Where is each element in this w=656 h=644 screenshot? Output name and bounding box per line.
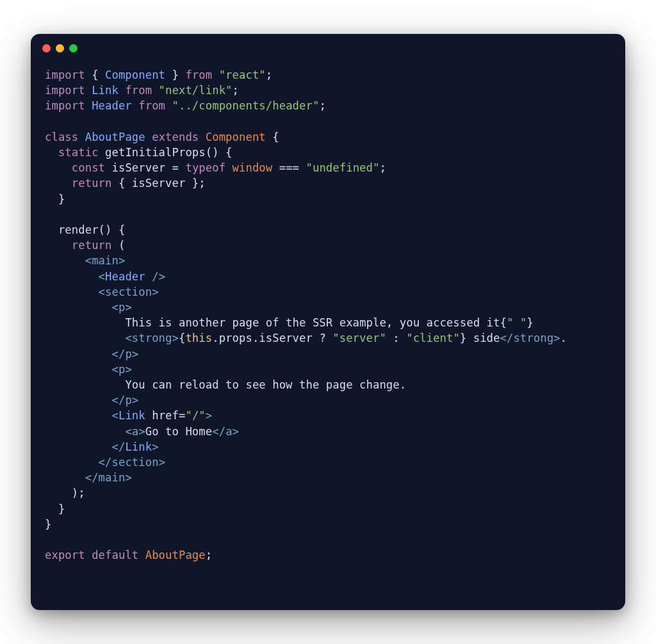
- code-line: }: [45, 193, 65, 205]
- code-line: export default AboutPage;: [45, 549, 212, 561]
- code-line: </section>: [45, 456, 165, 469]
- code-line: return (: [45, 239, 125, 252]
- code-line: You can reload to see how the page chang…: [45, 378, 406, 391]
- maximize-icon[interactable]: [69, 44, 78, 52]
- code-line: <main>: [45, 254, 125, 267]
- code-line: </p>: [45, 394, 138, 407]
- code-line: class AboutPage extends Component {: [45, 131, 279, 143]
- code-line: <section>: [45, 286, 159, 298]
- code-window: import { Component } from "react"; impor…: [31, 34, 625, 610]
- code-line: <p>: [45, 363, 132, 376]
- code-line: import { Component } from "react";: [45, 68, 272, 81]
- code-line: <Link href="/">: [45, 409, 212, 422]
- code-line: <a>Go to Home</a>: [45, 425, 239, 438]
- minimize-icon[interactable]: [56, 44, 64, 52]
- code-line: <Header />: [45, 270, 165, 283]
- code-line: );: [45, 487, 85, 499]
- code-line: }: [45, 518, 51, 531]
- code-line: This is another page of the SSR example,…: [45, 316, 534, 329]
- code-line: static getInitialProps() {: [45, 146, 233, 159]
- code-line: return { isServer };: [45, 177, 206, 189]
- code-line: render() {: [45, 223, 125, 236]
- code-line: </Link>: [45, 440, 159, 453]
- code-editor[interactable]: import { Component } from "react"; impor…: [31, 62, 625, 577]
- code-line: </p>: [45, 348, 138, 360]
- code-line: const isServer = typeof window === "unde…: [45, 161, 386, 174]
- close-icon[interactable]: [42, 44, 51, 52]
- code-line: <strong>{this.props.isServer ? "server" …: [45, 332, 567, 344]
- code-line: import Link from "next/link";: [45, 84, 239, 97]
- code-line: }: [45, 503, 65, 515]
- code-line: </main>: [45, 471, 132, 484]
- window-titlebar: [31, 34, 625, 62]
- code-line: <p>: [45, 301, 132, 314]
- code-line: import Header from "../components/header…: [45, 99, 326, 112]
